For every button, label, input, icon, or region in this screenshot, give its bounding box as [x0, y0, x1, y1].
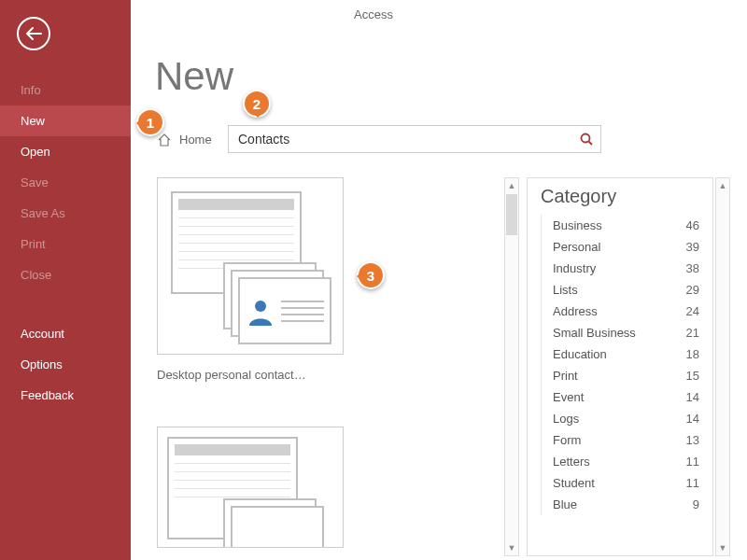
nav-account[interactable]: Account [0, 318, 131, 349]
template-label: Desktop personal contact… [157, 368, 353, 382]
callout-3: 3 [357, 261, 385, 289]
category-list: Business46 Personal39 Industry38 Lists29… [528, 213, 712, 515]
app-title: Access [354, 7, 393, 21]
category-item[interactable]: Logs14 [541, 408, 705, 429]
template-thumbnail [157, 177, 344, 355]
category-item[interactable]: Print15 [541, 365, 705, 386]
nav-options[interactable]: Options [0, 349, 131, 380]
template-item[interactable]: Desktop personal contact… [157, 177, 353, 382]
search-icon [579, 132, 594, 147]
svg-line-1 [589, 142, 593, 146]
category-item[interactable]: Address24 [541, 301, 705, 322]
template-thumbnail [157, 427, 344, 548]
search-button[interactable] [572, 125, 600, 153]
category-item[interactable]: Education18 [541, 343, 705, 365]
backstage-sidebar: Info New Open Save Save As Print Close A… [0, 0, 131, 560]
scroll-thumb[interactable] [506, 194, 517, 235]
category-item[interactable]: Industry38 [541, 258, 705, 279]
nav-save-as[interactable]: Save As [0, 198, 131, 229]
breadcrumb[interactable]: Home [157, 133, 212, 147]
nav-info[interactable]: Info [0, 75, 131, 105]
svg-point-2 [255, 301, 266, 312]
home-icon [157, 133, 172, 147]
callout-1: 1 [136, 108, 164, 136]
titlebar: Access [0, 0, 747, 28]
search-input[interactable] [229, 132, 572, 147]
category-panel: Category Business46 Personal39 Industry3… [527, 177, 713, 556]
template-item[interactable] [157, 427, 353, 548]
category-item[interactable]: Letters11 [541, 451, 705, 472]
nav-print[interactable]: Print [0, 229, 131, 259]
nav-feedback[interactable]: Feedback [0, 380, 131, 411]
category-scrollbar[interactable]: ▲ ▼ [715, 177, 730, 556]
svg-point-0 [582, 134, 590, 143]
arrow-left-icon [25, 27, 42, 40]
category-item[interactable]: Event14 [541, 386, 705, 408]
nav-open[interactable]: Open [0, 136, 131, 167]
template-gallery: Desktop personal contact… [157, 177, 510, 560]
category-title: Category [528, 178, 712, 213]
page-title: New [155, 54, 233, 99]
category-item[interactable]: Blue9 [541, 494, 705, 515]
template-search[interactable] [228, 125, 601, 153]
category-item[interactable]: Business46 [541, 215, 705, 236]
scroll-up-icon[interactable]: ▲ [505, 178, 518, 193]
category-item[interactable]: Lists29 [541, 279, 705, 301]
nav-save[interactable]: Save [0, 167, 131, 198]
person-icon [246, 296, 275, 326]
nav-close[interactable]: Close [0, 259, 131, 290]
callout-2: 2 [243, 90, 271, 118]
templates-scrollbar[interactable]: ▲ ▼ [504, 177, 519, 556]
category-item[interactable]: Small Business21 [541, 322, 705, 343]
scroll-down-icon[interactable]: ▼ [505, 540, 518, 555]
category-item[interactable]: Student11 [541, 472, 705, 494]
nav-new[interactable]: New [0, 105, 131, 136]
nav: Info New Open Save Save As Print Close A… [0, 75, 131, 411]
category-item[interactable]: Personal39 [541, 236, 705, 258]
main-panel: New Home Desk [131, 0, 747, 560]
scroll-down-icon[interactable]: ▼ [716, 540, 729, 555]
breadcrumb-home-label: Home [179, 133, 212, 147]
scroll-up-icon[interactable]: ▲ [716, 178, 729, 193]
category-item[interactable]: Form13 [541, 429, 705, 451]
